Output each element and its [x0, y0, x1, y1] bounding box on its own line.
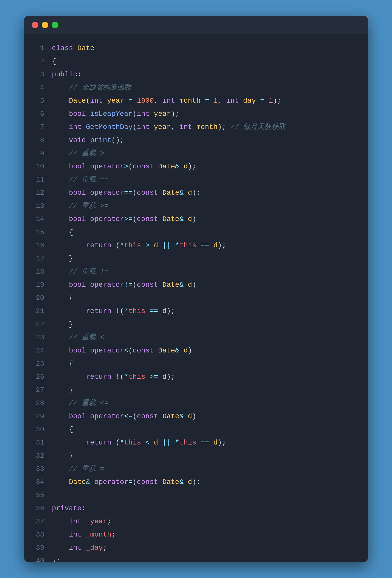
code-text: { — [52, 226, 73, 239]
code-line-7: 7 int GetMonthDay(int year, int month); … — [24, 121, 368, 134]
line-number: 31 — [29, 436, 44, 449]
code-text: { — [52, 292, 73, 305]
code-line-30: 30 { — [24, 423, 368, 436]
code-text: private: — [52, 502, 86, 515]
code-text: // 重载 > — [52, 147, 104, 160]
line-number: 11 — [29, 173, 44, 186]
code-text: // 全缺省构造函数 — [52, 81, 131, 94]
code-text: // 重载 >= — [52, 199, 108, 213]
line-number: 6 — [29, 107, 44, 121]
code-text: // 重载 == — [52, 173, 108, 186]
code-text: int _month; — [52, 528, 116, 541]
code-line-31: 31 return (*this < d || *this == d); — [24, 436, 368, 449]
code-line-5: 5 Date(int year = 1900, int month = 1, i… — [24, 94, 368, 107]
code-line-20: 20 { — [24, 292, 368, 305]
line-number: 13 — [29, 199, 44, 213]
code-text: // 重载 <= — [52, 397, 108, 410]
code-line-21: 21 return !(*this == d); — [24, 305, 368, 318]
code-text: return (*this < d || *this == d); — [52, 436, 226, 449]
line-number: 35 — [29, 489, 44, 502]
code-text: int _year; — [52, 515, 111, 528]
close-button[interactable] — [32, 22, 38, 28]
code-line-27: 27 } — [24, 384, 368, 397]
code-line-28: 28 // 重载 <= — [24, 397, 368, 410]
code-text: bool operator>=(const Date& d) — [52, 213, 196, 226]
code-text: return !(*this >= d); — [52, 370, 175, 384]
line-number: 16 — [29, 239, 44, 252]
line-number: 9 — [29, 147, 44, 160]
code-line-35: 35 — [24, 489, 368, 502]
code-line-38: 38 int _month; — [24, 528, 368, 541]
code-line-3: 3 public: — [24, 68, 368, 81]
line-number: 2 — [29, 55, 44, 68]
line-number: 8 — [29, 134, 44, 147]
minimize-button[interactable] — [42, 22, 48, 28]
code-text: } — [52, 318, 73, 331]
line-number: 1 — [29, 42, 44, 55]
code-text: public: — [52, 68, 82, 81]
code-line-23: 23 // 重载 < — [24, 331, 368, 344]
code-text: { — [52, 55, 56, 68]
code-line-9: 9 // 重载 > — [24, 147, 368, 160]
line-number: 3 — [29, 68, 44, 81]
code-line-4: 4 // 全缺省构造函数 — [24, 81, 368, 94]
code-text: // 重载 < — [52, 331, 104, 344]
code-line-36: 36 private: — [24, 502, 368, 515]
line-number: 20 — [29, 292, 44, 305]
code-line-1: 1 class Date — [24, 42, 368, 55]
code-text: }; — [52, 554, 60, 562]
code-line-17: 17 } — [24, 252, 368, 265]
code-line-14: 14 bool operator>=(const Date& d) — [24, 213, 368, 226]
code-text: Date& operator=(const Date& d); — [52, 476, 201, 489]
line-number: 14 — [29, 213, 44, 226]
line-number: 30 — [29, 423, 44, 436]
code-text — [52, 489, 56, 502]
line-number: 25 — [29, 357, 44, 370]
line-number: 19 — [29, 278, 44, 292]
code-text: bool operator>(const Date& d); — [52, 160, 196, 173]
code-line-39: 39 int _day; — [24, 541, 368, 554]
code-line-37: 37 int _year; — [24, 515, 368, 528]
code-text: } — [52, 252, 73, 265]
line-number: 18 — [29, 265, 44, 278]
code-text: class Date — [52, 42, 94, 55]
code-editor[interactable]: 1 class Date 2 { 3 public: 4 // 全缺省构造函数 … — [24, 34, 368, 562]
code-line-2: 2 { — [24, 55, 368, 68]
code-line-22: 22 } — [24, 318, 368, 331]
editor-window: 1 class Date 2 { 3 public: 4 // 全缺省构造函数 … — [24, 16, 368, 562]
code-line-26: 26 return !(*this >= d); — [24, 370, 368, 384]
code-line-16: 16 return (*this > d || *this == d); — [24, 239, 368, 252]
code-line-24: 24 bool operator<(const Date& d) — [24, 344, 368, 357]
code-line-25: 25 { — [24, 357, 368, 370]
code-line-33: 33 // 重载 = — [24, 462, 368, 476]
code-text: bool operator<(const Date& d) — [52, 344, 192, 357]
code-line-40: 40 }; — [24, 554, 368, 562]
line-number: 10 — [29, 160, 44, 173]
line-number: 21 — [29, 305, 44, 318]
line-number: 23 — [29, 331, 44, 344]
code-text: int GetMonthDay(int year, int month); //… — [52, 121, 286, 134]
line-number: 12 — [29, 186, 44, 199]
code-text: int _day; — [52, 541, 107, 554]
code-line-29: 29 bool operator<=(const Date& d) — [24, 410, 368, 423]
code-line-8: 8 void print(); — [24, 134, 368, 147]
code-line-6: 6 bool isLeapYear(int year); — [24, 107, 368, 121]
line-number: 33 — [29, 462, 44, 476]
line-number: 32 — [29, 449, 44, 462]
code-text: bool operator==(const Date& d); — [52, 186, 201, 199]
line-number: 40 — [29, 554, 44, 562]
code-text: { — [52, 423, 73, 436]
line-number: 17 — [29, 252, 44, 265]
titlebar — [24, 16, 368, 34]
code-text: bool operator<=(const Date& d) — [52, 410, 196, 423]
code-text: bool isLeapYear(int year); — [52, 107, 179, 121]
code-line-10: 10 bool operator>(const Date& d); — [24, 160, 368, 173]
code-line-13: 13 // 重载 >= — [24, 199, 368, 213]
code-text: } — [52, 384, 73, 397]
code-line-11: 11 // 重载 == — [24, 173, 368, 186]
code-text: } — [52, 449, 73, 462]
maximize-button[interactable] — [52, 22, 58, 28]
code-text: return !(*this == d); — [52, 305, 175, 318]
line-number: 34 — [29, 476, 44, 489]
code-line-18: 18 // 重载 != — [24, 265, 368, 278]
